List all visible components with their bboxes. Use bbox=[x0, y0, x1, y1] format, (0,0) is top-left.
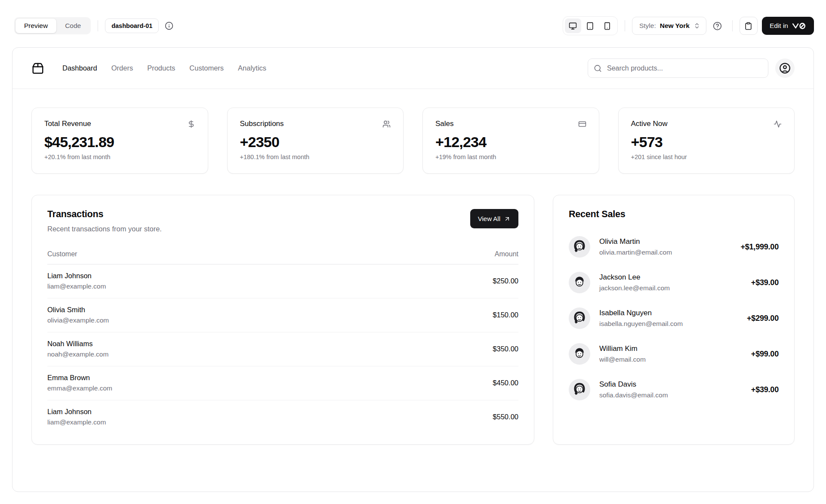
stat-value: +12,234 bbox=[435, 134, 586, 151]
transactions-subtitle: Recent transactions from your store. bbox=[47, 225, 162, 233]
divider bbox=[625, 20, 625, 31]
content-row: Transactions Recent transactions from yo… bbox=[31, 195, 795, 445]
nav-item-analytics[interactable]: Analytics bbox=[238, 64, 266, 72]
v0-logo bbox=[792, 22, 806, 29]
recent-sales-list: Olivia Martin olivia.martin@email.com +$… bbox=[569, 236, 779, 400]
sale-amount: +$99.00 bbox=[751, 350, 779, 359]
table-row: Emma Brown emma@example.com $450.00 bbox=[47, 366, 518, 400]
customer-email: noah@example.com bbox=[47, 350, 108, 358]
transaction-amount: $150.00 bbox=[493, 311, 518, 319]
sale-customer-name: Isabella Nguyen bbox=[599, 309, 683, 317]
stat-card-sales: Sales +12,234 +19% from last month bbox=[422, 108, 599, 174]
view-all-button[interactable]: View All bbox=[470, 209, 518, 228]
help-circle-icon bbox=[713, 22, 722, 31]
list-item: Isabella Nguyen isabella.nguyen@email.co… bbox=[569, 307, 779, 329]
tablet-icon bbox=[586, 22, 594, 30]
toolbar-right: Style: New York Edit in bbox=[563, 16, 814, 35]
sale-customer-email: olivia.martin@email.com bbox=[599, 249, 672, 256]
table-row: Olivia Smith olivia@example.com $150.00 bbox=[47, 298, 518, 332]
nav-item-orders[interactable]: Orders bbox=[111, 64, 133, 72]
nav-links: Dashboard Orders Products Customers Anal… bbox=[62, 64, 266, 72]
customer-name: Liam Johnson bbox=[47, 408, 106, 416]
transaction-amount: $250.00 bbox=[493, 277, 518, 285]
customer-email: liam@example.com bbox=[47, 418, 106, 426]
stat-change: +180.1% from last month bbox=[240, 154, 391, 160]
search-input[interactable] bbox=[588, 58, 768, 78]
info-icon bbox=[165, 22, 173, 30]
help-button[interactable] bbox=[710, 18, 725, 34]
stat-card-subscriptions: Subscriptions +2350 +180.1% from last mo… bbox=[227, 108, 404, 174]
stat-change: +20.1% from last month bbox=[44, 154, 195, 160]
sale-amount: +$39.00 bbox=[751, 278, 779, 287]
avatar bbox=[569, 343, 590, 365]
transaction-amount: $550.00 bbox=[493, 413, 518, 421]
list-item: William Kim will@email.com +$99.00 bbox=[569, 343, 779, 365]
avatar bbox=[569, 379, 590, 400]
divider bbox=[98, 20, 98, 31]
user-circle-icon bbox=[779, 62, 791, 74]
search-box bbox=[588, 58, 768, 78]
sale-amount: +$39.00 bbox=[751, 385, 779, 394]
sale-customer-name: Jackson Lee bbox=[599, 273, 670, 282]
activity-icon bbox=[774, 120, 782, 128]
stats-row: Total Revenue $45,231.89 +20.1% from las… bbox=[31, 108, 795, 174]
user-menu-button[interactable] bbox=[775, 58, 795, 78]
sale-customer-email: will@email.com bbox=[599, 356, 646, 363]
stat-value: +573 bbox=[631, 134, 782, 151]
recent-sales-title: Recent Sales bbox=[569, 209, 779, 220]
stat-change: +201 since last hour bbox=[631, 154, 782, 160]
stat-change: +19% from last month bbox=[435, 154, 586, 160]
stat-value: +2350 bbox=[240, 134, 391, 151]
mobile-view-button[interactable] bbox=[599, 18, 616, 33]
stat-title: Subscriptions bbox=[240, 120, 284, 128]
desktop-view-button[interactable] bbox=[565, 18, 581, 33]
column-customer: Customer bbox=[47, 250, 77, 258]
customer-name: Liam Johnson bbox=[47, 272, 106, 280]
copy-code-button[interactable] bbox=[740, 17, 758, 35]
avatar bbox=[569, 307, 590, 329]
credit-card-icon bbox=[578, 120, 586, 128]
customer-name: Noah Williams bbox=[47, 340, 108, 348]
nav-item-dashboard[interactable]: Dashboard bbox=[62, 64, 97, 72]
info-icon-button[interactable] bbox=[161, 18, 177, 34]
sale-customer-email: isabella.nguyen@email.com bbox=[599, 320, 683, 328]
edit-in-label: Edit in bbox=[770, 22, 788, 30]
toolbar-left: Preview Code dashboard-01 bbox=[14, 17, 177, 34]
nav-item-customers[interactable]: Customers bbox=[189, 64, 224, 72]
avatar bbox=[569, 272, 590, 293]
clipboard-icon bbox=[744, 22, 752, 30]
dollar-sign-icon bbox=[187, 120, 195, 128]
style-select[interactable]: Style: New York bbox=[632, 17, 706, 35]
arrow-up-right-icon bbox=[504, 215, 511, 222]
store-logo-link[interactable] bbox=[31, 62, 44, 75]
customer-email: emma@example.com bbox=[47, 384, 112, 392]
tablet-view-button[interactable] bbox=[582, 18, 598, 33]
stat-card-active-now: Active Now +573 +201 since last hour bbox=[618, 108, 795, 174]
block-name-badge: dashboard-01 bbox=[105, 18, 159, 33]
preview-tab[interactable]: Preview bbox=[15, 18, 56, 33]
customer-name: Emma Brown bbox=[47, 374, 112, 382]
transactions-card: Transactions Recent transactions from yo… bbox=[31, 195, 534, 445]
sale-customer-email: sofia.davis@email.com bbox=[599, 391, 668, 399]
avatar bbox=[569, 236, 590, 258]
list-item: Sofia Davis sofia.davis@email.com +$39.0… bbox=[569, 379, 779, 400]
nav-item-products[interactable]: Products bbox=[147, 64, 175, 72]
customer-email: liam@example.com bbox=[47, 283, 106, 290]
sale-customer-email: jackson.lee@email.com bbox=[599, 284, 670, 292]
edit-in-v0-button[interactable]: Edit in bbox=[762, 17, 814, 35]
store-navbar: Dashboard Orders Products Customers Anal… bbox=[12, 48, 814, 89]
transaction-amount: $450.00 bbox=[493, 379, 518, 387]
divider bbox=[732, 20, 733, 31]
view-all-label: View All bbox=[478, 215, 500, 222]
code-tab[interactable]: Code bbox=[56, 18, 89, 33]
device-toggle-group bbox=[563, 16, 618, 35]
sale-amount: +$299.00 bbox=[747, 314, 779, 323]
preview-frame: Dashboard Orders Products Customers Anal… bbox=[12, 47, 814, 492]
transactions-title: Transactions bbox=[47, 209, 162, 220]
table-row: Noah Williams noah@example.com $350.00 bbox=[47, 332, 518, 366]
sale-customer-name: Olivia Martin bbox=[599, 237, 672, 246]
transactions-table: Customer Amount Liam Johnson liam@exampl… bbox=[47, 246, 518, 434]
stat-card-total-revenue: Total Revenue $45,231.89 +20.1% from las… bbox=[31, 108, 208, 174]
desktop-icon bbox=[569, 22, 577, 30]
column-amount: Amount bbox=[495, 250, 518, 258]
